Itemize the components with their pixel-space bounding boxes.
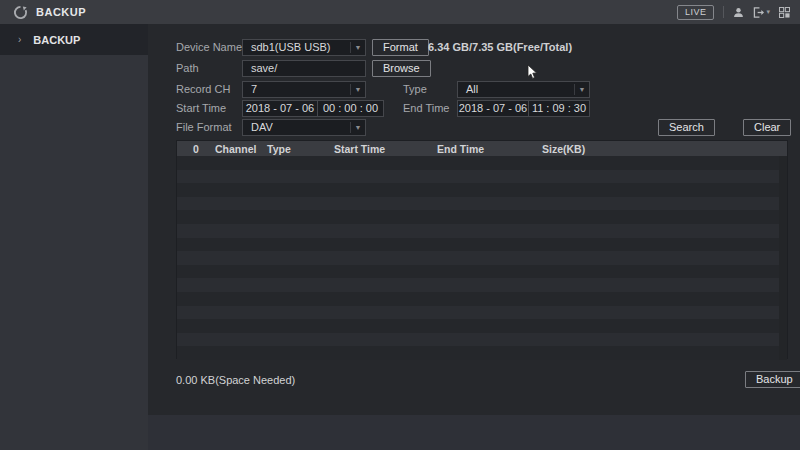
column-header-channel: Channel xyxy=(215,143,267,155)
file-format-label: File Format xyxy=(176,119,232,136)
type-dropdown[interactable]: All ▼ xyxy=(457,81,590,98)
search-button[interactable]: Search xyxy=(658,119,715,136)
chevron-down-icon: ▼ xyxy=(350,84,365,95)
header-actions: LIVE ▾ xyxy=(677,5,790,20)
table-row[interactable] xyxy=(177,156,787,170)
logout-caret-icon: ▾ xyxy=(766,8,770,16)
backup-button[interactable]: Backup xyxy=(745,371,800,388)
table-body xyxy=(177,156,787,360)
logout-icon[interactable]: ▾ xyxy=(753,7,770,18)
type-value: All xyxy=(466,82,574,97)
sidebar-item-label: BACKUP xyxy=(33,34,80,46)
file-format-value: DAV xyxy=(251,120,350,135)
table-row[interactable] xyxy=(177,224,787,238)
table-row[interactable] xyxy=(177,238,787,252)
column-header-start-time: Start Time xyxy=(334,143,437,155)
results-table: 0 Channel Type Start Time End Time Size(… xyxy=(176,140,788,359)
capacity-text: 6.34 GB/7.35 GB(Free/Total) xyxy=(428,39,572,56)
file-format-dropdown[interactable]: DAV ▼ xyxy=(242,119,366,136)
bottom-strip xyxy=(148,415,800,450)
chevron-down-icon: ▼ xyxy=(350,42,365,53)
chevron-down-icon: ▼ xyxy=(574,84,589,95)
end-date-input[interactable]: 2018 - 07 - 06 xyxy=(457,100,529,117)
chevron-right-icon: › xyxy=(18,34,21,45)
format-button[interactable]: Format xyxy=(372,39,429,56)
header-divider xyxy=(723,6,724,18)
clear-button[interactable]: Clear xyxy=(743,119,791,136)
type-label: Type xyxy=(403,81,427,98)
end-time-input[interactable]: 11 : 09 : 30 xyxy=(528,100,590,117)
column-header-type: Type xyxy=(267,143,334,155)
table-row[interactable] xyxy=(177,333,787,347)
device-name-value: sdb1(USB USB) xyxy=(251,40,350,55)
column-header-count: 0 xyxy=(177,143,215,155)
chevron-down-icon: ▼ xyxy=(350,122,365,133)
table-row[interactable] xyxy=(177,265,787,279)
device-name-label: Device Name xyxy=(176,39,242,56)
record-ch-dropdown[interactable]: 7 ▼ xyxy=(242,81,366,98)
mouse-cursor xyxy=(527,64,538,80)
column-header-end-time: End Time xyxy=(437,143,542,155)
page-title: BACKUP xyxy=(36,6,86,18)
table-row[interactable] xyxy=(177,278,787,292)
title-bar: BACKUP LIVE ▾ xyxy=(0,0,800,24)
browse-button[interactable]: Browse xyxy=(372,60,431,77)
device-name-dropdown[interactable]: sdb1(USB USB) ▼ xyxy=(242,39,366,56)
sidebar-item-backup[interactable]: › BACKUP xyxy=(0,24,148,55)
table-scrollbar[interactable] xyxy=(779,156,787,360)
column-header-size: Size(KB) xyxy=(542,143,787,155)
user-icon[interactable] xyxy=(733,7,744,18)
table-row[interactable] xyxy=(177,319,787,333)
sidebar: › BACKUP xyxy=(0,24,148,450)
table-row[interactable] xyxy=(177,346,787,360)
end-time-label: End Time xyxy=(403,100,449,117)
refresh-circle-icon xyxy=(13,5,28,20)
table-header-row: 0 Channel Type Start Time End Time Size(… xyxy=(177,141,787,156)
start-time-input[interactable]: 00 : 00 : 00 xyxy=(317,100,384,117)
record-ch-label: Record CH xyxy=(176,81,230,98)
backup-screen: { "header": { "title": "BACKUP", "live_l… xyxy=(0,0,800,450)
table-row[interactable] xyxy=(177,210,787,224)
path-label: Path xyxy=(176,60,199,77)
live-button[interactable]: LIVE xyxy=(677,5,715,20)
backup-panel: Device Name sdb1(USB USB) ▼ Format 6.34 … xyxy=(148,24,800,415)
space-needed-text: 0.00 KB(Space Needed) xyxy=(176,372,295,389)
table-row[interactable] xyxy=(177,306,787,320)
start-time-label: Start Time xyxy=(176,100,226,117)
start-date-input[interactable]: 2018 - 07 - 06 xyxy=(242,100,318,117)
grid-icon[interactable] xyxy=(779,7,790,18)
path-input[interactable]: save/ xyxy=(242,60,366,77)
table-row[interactable] xyxy=(177,170,787,184)
table-row[interactable] xyxy=(177,292,787,306)
table-row[interactable] xyxy=(177,251,787,265)
table-row[interactable] xyxy=(177,197,787,211)
table-row[interactable] xyxy=(177,183,787,197)
record-ch-value: 7 xyxy=(251,82,350,97)
